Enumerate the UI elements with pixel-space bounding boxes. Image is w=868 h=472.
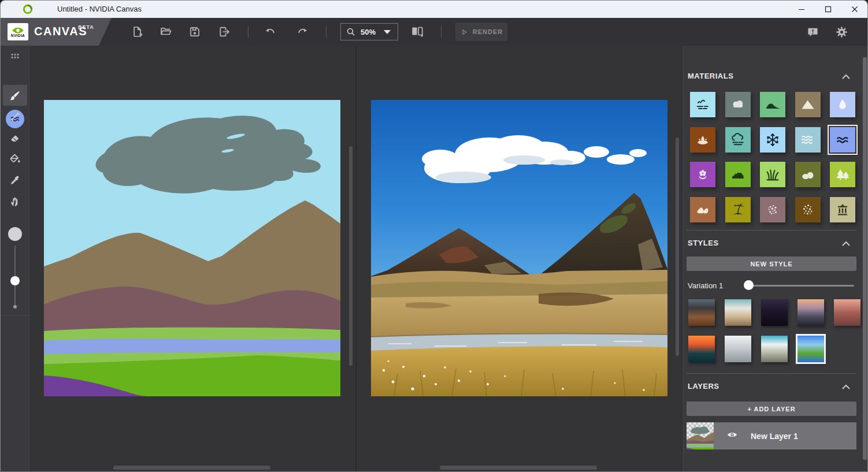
fill-tool[interactable]: [3, 148, 27, 169]
pane-divider: [355, 46, 357, 471]
style-thumbnail-foggy-snow-peaks[interactable]: [725, 336, 751, 362]
material-gravel[interactable]: [760, 197, 785, 222]
material-sky[interactable]: [690, 92, 715, 117]
brush-size-slider-track[interactable]: [14, 246, 16, 306]
add-layer-label: + ADD LAYER: [747, 406, 795, 412]
material-rock[interactable]: [690, 197, 715, 222]
style-thumbnail-snowy-clouds[interactable]: [725, 299, 751, 326]
maximize-button[interactable]: [815, 1, 841, 18]
chevron-up-icon: [841, 240, 851, 247]
brush-icon: [8, 88, 23, 103]
materials-collapse-button[interactable]: [840, 72, 852, 82]
undo-button[interactable]: [262, 24, 277, 39]
material-sea[interactable]: [795, 127, 821, 153]
right-pane-vscrollbar[interactable]: [676, 137, 679, 356]
dirt-icon: [799, 201, 817, 218]
right-panel: MATERIALS STYLES NEW STYLE Variation 1 L…: [683, 46, 867, 471]
material-sand[interactable]: [725, 197, 751, 222]
styles-title: STYLES: [688, 239, 719, 247]
new-file-button[interactable]: [130, 24, 145, 39]
brush-tool[interactable]: [3, 85, 27, 106]
zoom-control[interactable]: 50%: [340, 23, 398, 40]
segmentation-painting: [44, 100, 340, 396]
material-cloud[interactable]: [725, 92, 751, 117]
nvidia-canvas-app-icon: [23, 4, 33, 14]
water-icon: [834, 96, 851, 113]
chevron-up-icon: [841, 384, 851, 391]
material-snow[interactable]: [760, 127, 785, 153]
canvas-workspace: [30, 46, 684, 471]
style-thumbnail-arch-starry-night[interactable]: [761, 299, 788, 326]
material-mountain[interactable]: [795, 92, 821, 117]
grass-icon: [764, 166, 781, 183]
sky-icon: [694, 96, 711, 113]
cloud-icon: [729, 96, 747, 113]
style-thumbnail-rocky-peak[interactable]: [834, 299, 860, 326]
split-view-button[interactable]: [410, 24, 425, 39]
variation-slider-track[interactable]: [747, 285, 854, 287]
eyedropper-tool[interactable]: [3, 170, 27, 191]
material-river[interactable]: [830, 127, 855, 153]
style-thumbnail-sunset-mesa-fog[interactable]: [797, 299, 824, 326]
export-button[interactable]: [217, 24, 232, 39]
material-bush[interactable]: [725, 162, 751, 187]
layers-title: LAYERS: [688, 382, 719, 391]
open-file-button[interactable]: [158, 24, 173, 39]
material-flower[interactable]: [690, 162, 715, 187]
pan-tool[interactable]: [3, 191, 27, 212]
panel-divider: [687, 373, 856, 374]
feedback-icon: [806, 25, 819, 39]
close-button[interactable]: [841, 1, 868, 18]
material-grass[interactable]: [760, 162, 785, 187]
new-style-button[interactable]: NEW STYLE: [687, 257, 856, 271]
window-title: Untitled - NVIDIA Canvas: [57, 5, 142, 13]
materials-menu-button[interactable]: [3, 46, 27, 66]
panel-scrollbar[interactable]: [863, 57, 867, 460]
river-icon: [834, 131, 851, 148]
drawing-canvas[interactable]: [44, 100, 340, 396]
layer-visibility-toggle[interactable]: [726, 430, 738, 441]
material-hill[interactable]: [760, 92, 785, 117]
brush-size-preview: [8, 227, 22, 241]
style-thumbnails-row1: [688, 299, 860, 326]
material-stone[interactable]: [795, 162, 821, 187]
save-icon: [188, 25, 202, 39]
material-water[interactable]: [830, 92, 855, 117]
mud-icon: [694, 131, 711, 148]
right-pane-hscrollbar[interactable]: [440, 466, 597, 470]
left-pane-vscrollbar[interactable]: [349, 146, 353, 366]
apps-grid-icon: [8, 49, 22, 63]
left-pane-hscrollbar[interactable]: [113, 466, 270, 470]
mountain-icon: [799, 96, 817, 113]
gear-icon: [834, 25, 849, 39]
style-thumbnail-ocean-sunset[interactable]: [688, 336, 715, 362]
eyedropper-icon: [8, 173, 22, 187]
material-straw[interactable]: [830, 197, 855, 222]
eraser-tool[interactable]: [3, 128, 27, 148]
styles-collapse-button[interactable]: [840, 239, 852, 249]
style-thumbnail-desert-buttes-night[interactable]: [688, 299, 715, 326]
main-toolbar: NVIDIA CANVAS BETA: [1, 18, 867, 46]
variation-slider-knob[interactable]: [744, 280, 754, 290]
feedback-button[interactable]: [805, 24, 820, 39]
minimize-button[interactable]: [788, 1, 815, 18]
add-layer-button[interactable]: + ADD LAYER: [687, 402, 856, 416]
style-thumbnail-beach-clouds[interactable]: [761, 336, 788, 362]
style-thumbnail-mountain-lake[interactable]: [797, 336, 824, 362]
minimize-icon: [798, 6, 805, 13]
gravel-icon: [764, 201, 781, 218]
material-dirt[interactable]: [795, 197, 821, 222]
layer-row[interactable]: New Layer 1: [687, 422, 856, 449]
render-button[interactable]: RENDER: [455, 23, 507, 41]
redo-button[interactable]: [295, 24, 310, 39]
save-button[interactable]: [187, 24, 202, 39]
material-tree[interactable]: [830, 162, 855, 187]
layers-collapse-button[interactable]: [840, 382, 852, 392]
undo-icon: [263, 25, 277, 39]
settings-button[interactable]: [834, 24, 849, 39]
material-mud[interactable]: [690, 127, 715, 153]
line-tool[interactable]: [3, 106, 27, 127]
brush-size-slider-knob[interactable]: [10, 276, 20, 285]
material-fog[interactable]: [725, 127, 751, 153]
hill-icon: [764, 96, 781, 113]
